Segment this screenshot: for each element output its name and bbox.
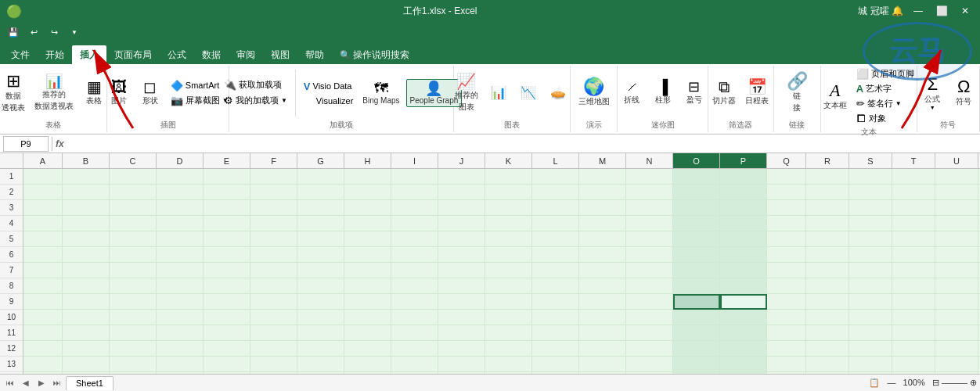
cell-G3[interactable] [297, 200, 344, 216]
cell-M8[interactable] [579, 278, 626, 294]
cell-D8[interactable] [157, 278, 204, 294]
cell-Q4[interactable] [767, 216, 806, 231]
cell-S4[interactable] [849, 216, 892, 231]
cell-Q10[interactable] [767, 310, 806, 325]
cell-C9[interactable] [110, 294, 157, 310]
col-header-k[interactable]: K [485, 153, 532, 168]
cell-H5[interactable] [344, 231, 391, 247]
cell-N9[interactable] [626, 294, 673, 310]
cell-N11[interactable] [626, 325, 673, 341]
table-button[interactable]: ▦ 表格 [80, 77, 108, 108]
cell-O4[interactable] [673, 216, 720, 231]
cell-N2[interactable] [626, 185, 673, 200]
cell-R13[interactable] [806, 357, 849, 372]
cell-H10[interactable] [344, 310, 391, 325]
cell-N1[interactable] [626, 169, 673, 185]
col-header-n[interactable]: N [626, 153, 673, 168]
cell-K11[interactable] [485, 325, 532, 341]
col-header-f[interactable]: F [250, 153, 297, 168]
cell-K4[interactable] [485, 216, 532, 231]
cell-N13[interactable] [626, 357, 673, 372]
cell-D2[interactable] [157, 185, 204, 200]
cell-O3[interactable] [673, 200, 720, 216]
cell-C10[interactable] [110, 310, 157, 325]
cell-U12[interactable] [935, 341, 978, 357]
col-header-r[interactable]: R [806, 153, 849, 168]
cell-E5[interactable] [204, 231, 250, 247]
cell-B10[interactable] [63, 310, 110, 325]
slicer-button[interactable]: ⧉ 切片器 [709, 77, 739, 108]
cell-D14[interactable] [157, 372, 204, 374]
col-header-g[interactable]: G [297, 153, 344, 168]
cell-B1[interactable] [63, 169, 110, 185]
cell-S12[interactable] [849, 341, 892, 357]
close-button[interactable]: ✕ [957, 2, 974, 20]
cell-O11[interactable] [673, 325, 720, 341]
quick-access-dropdown[interactable]: ▼ [66, 23, 83, 41]
cell-I6[interactable] [391, 247, 438, 263]
cell-O5[interactable] [673, 231, 720, 247]
cell-F4[interactable] [250, 216, 297, 231]
cell-O10[interactable] [673, 310, 720, 325]
col-header-e[interactable]: E [204, 153, 250, 168]
cell-J2[interactable] [438, 185, 485, 200]
sheet-last-button[interactable]: ⏭ [50, 376, 64, 390]
shape-button[interactable]: ◻ 形状 [136, 77, 164, 108]
minimize-button[interactable]: — [910, 2, 927, 20]
cell-M2[interactable] [579, 185, 626, 200]
cell-C4[interactable] [110, 216, 157, 231]
cell-B2[interactable] [63, 185, 110, 200]
cell-E12[interactable] [204, 341, 250, 357]
cell-T10[interactable] [892, 310, 935, 325]
cell-S9[interactable] [849, 294, 892, 310]
cell-R12[interactable] [806, 341, 849, 357]
cell-M14[interactable] [579, 372, 626, 374]
cell-R7[interactable] [806, 263, 849, 278]
cell-M5[interactable] [579, 231, 626, 247]
col-header-c[interactable]: C [110, 153, 157, 168]
cell-G11[interactable] [297, 325, 344, 341]
cell-H13[interactable] [344, 357, 391, 372]
cell-J4[interactable] [438, 216, 485, 231]
cell-T5[interactable] [892, 231, 935, 247]
cell-I9[interactable] [391, 294, 438, 310]
cell-L1[interactable] [532, 169, 579, 185]
recommend-pivot-button[interactable]: 📊 推荐的 数据透视表 [31, 73, 77, 113]
cell-F3[interactable] [250, 200, 297, 216]
cell-H6[interactable] [344, 247, 391, 263]
col-header-j[interactable]: J [438, 153, 485, 168]
cell-U5[interactable] [935, 231, 978, 247]
cell-Q9[interactable] [767, 294, 806, 310]
tab-file[interactable]: 文件 [3, 45, 38, 64]
cell-T6[interactable] [892, 247, 935, 263]
cell-K9[interactable] [485, 294, 532, 310]
cell-M12[interactable] [579, 341, 626, 357]
cell-R4[interactable] [806, 216, 849, 231]
pivot-table-button[interactable]: ⊞ 数据 透视表 [0, 71, 28, 115]
cell-G5[interactable] [297, 231, 344, 247]
cell-E8[interactable] [204, 278, 250, 294]
cell-G4[interactable] [297, 216, 344, 231]
cell-A2[interactable] [23, 185, 63, 200]
wordart-button[interactable]: A 艺术字 [853, 82, 917, 95]
cell-I2[interactable] [391, 185, 438, 200]
cell-A11[interactable] [23, 325, 63, 341]
cell-I1[interactable] [391, 169, 438, 185]
cell-D7[interactable] [157, 263, 204, 278]
cell-P3[interactable] [720, 200, 767, 216]
cell-F6[interactable] [250, 247, 297, 263]
tab-data[interactable]: 数据 [194, 45, 229, 64]
cell-S11[interactable] [849, 325, 892, 341]
cell-K5[interactable] [485, 231, 532, 247]
cell-R1[interactable] [806, 169, 849, 185]
tab-review[interactable]: 审阅 [229, 45, 263, 64]
header-footer-button[interactable]: ⬜ 页眉和页脚 [853, 67, 917, 81]
cell-P10[interactable] [720, 310, 767, 325]
cell-M3[interactable] [579, 200, 626, 216]
cell-L9[interactable] [532, 294, 579, 310]
undo-button[interactable]: ↩ [25, 23, 42, 41]
cell-L4[interactable] [532, 216, 579, 231]
col-header-a[interactable]: A [23, 153, 63, 168]
spreadsheet-grid[interactable] [23, 169, 980, 374]
cell-J5[interactable] [438, 231, 485, 247]
